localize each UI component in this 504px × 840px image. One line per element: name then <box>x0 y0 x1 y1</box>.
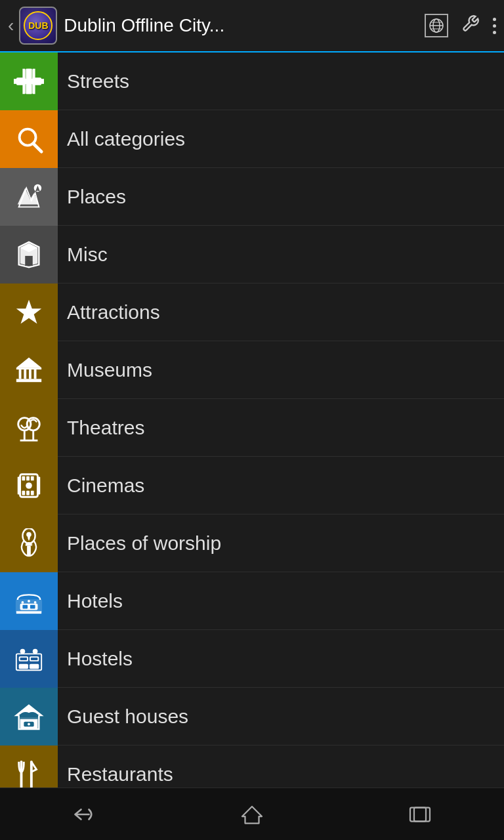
back-nav-button[interactable] <box>58 798 110 831</box>
restaurants-icon <box>0 746 58 788</box>
streets-icon <box>0 52 58 110</box>
header-icons <box>425 14 496 37</box>
streets-label: Streets <box>58 70 129 93</box>
app-logo: DUB <box>19 7 57 45</box>
menu-list: Streets All categories Places <box>0 52 504 788</box>
menu-item-misc[interactable]: Misc <box>0 226 504 284</box>
guesthouses-icon <box>0 688 58 746</box>
app-header: ‹ DUB Dublin Offline City... <box>0 0 504 52</box>
back-button[interactable]: ‹ <box>8 15 14 36</box>
recents-nav-button[interactable] <box>394 798 446 831</box>
svg-rect-9 <box>14 79 44 84</box>
svg-rect-15 <box>16 379 41 382</box>
menu-item-all-categories[interactable]: All categories <box>0 110 504 168</box>
hotels-label: Hotels <box>58 590 123 612</box>
svg-rect-47 <box>16 611 41 614</box>
hostels-label: Hostels <box>58 648 133 670</box>
bottom-navigation <box>0 788 504 840</box>
svg-point-46 <box>34 601 37 604</box>
svg-rect-30 <box>22 476 25 480</box>
svg-rect-66 <box>410 807 426 821</box>
theatres-label: Theatres <box>58 417 144 439</box>
svg-rect-43 <box>30 604 35 608</box>
restaurants-label: Restaurants <box>58 763 173 786</box>
worship-label: Places of worship <box>58 532 221 555</box>
app-logo-inner: DUB <box>24 11 52 40</box>
misc-label: Misc <box>58 243 108 266</box>
museums-label: Museums <box>58 359 152 381</box>
all-categories-icon <box>0 110 58 168</box>
svg-point-44 <box>22 601 24 604</box>
svg-point-56 <box>33 648 38 654</box>
theatres-icon <box>0 399 58 457</box>
globe-icon[interactable] <box>425 14 448 37</box>
attractions-label: Attractions <box>58 301 160 324</box>
worship-icon <box>0 514 58 572</box>
svg-rect-53 <box>20 658 28 660</box>
svg-rect-29 <box>37 476 40 494</box>
svg-rect-54 <box>31 658 38 660</box>
svg-line-11 <box>33 143 41 151</box>
svg-rect-42 <box>22 604 28 608</box>
svg-rect-31 <box>26 476 30 480</box>
header-title: Dublin Offline City... <box>64 15 425 36</box>
svg-rect-67 <box>414 807 430 821</box>
svg-rect-35 <box>31 490 34 495</box>
svg-rect-28 <box>18 476 20 494</box>
menu-item-hotels[interactable]: Hotels <box>0 572 504 630</box>
misc-icon <box>0 226 58 284</box>
svg-point-38 <box>26 532 32 537</box>
guesthouses-label: Guest houses <box>58 705 188 728</box>
svg-rect-18 <box>24 369 26 379</box>
menu-item-places-of-worship[interactable]: Places of worship <box>0 514 504 572</box>
svg-point-36 <box>26 482 32 489</box>
wrench-icon[interactable] <box>461 14 480 37</box>
svg-rect-32 <box>31 476 34 480</box>
home-nav-button[interactable] <box>226 798 278 831</box>
menu-item-restaurants[interactable]: Restaurants <box>0 746 504 788</box>
svg-point-45 <box>28 600 30 602</box>
cinemas-icon <box>0 457 58 514</box>
museums-icon <box>0 341 58 399</box>
cinemas-label: Cinemas <box>58 474 144 497</box>
menu-item-cinemas[interactable]: Cinemas <box>0 457 504 514</box>
svg-rect-39 <box>27 545 31 555</box>
svg-rect-19 <box>29 369 32 379</box>
hostels-icon <box>0 630 58 688</box>
more-icon[interactable] <box>493 18 496 34</box>
svg-rect-34 <box>26 490 30 495</box>
app-logo-text: DUB <box>28 20 48 31</box>
svg-rect-51 <box>19 663 28 669</box>
all-categories-label: All categories <box>58 128 185 150</box>
menu-item-hostels[interactable]: Hostels <box>0 630 504 688</box>
menu-item-streets[interactable]: Streets <box>0 52 504 110</box>
svg-rect-17 <box>19 369 22 379</box>
svg-rect-52 <box>30 663 39 669</box>
menu-item-attractions[interactable]: Attractions <box>0 284 504 341</box>
svg-marker-14 <box>16 299 41 323</box>
svg-marker-21 <box>16 357 41 367</box>
svg-rect-13 <box>25 255 33 265</box>
svg-rect-16 <box>16 368 41 369</box>
svg-rect-20 <box>34 369 37 379</box>
menu-item-places[interactable]: Places <box>0 168 504 226</box>
svg-point-63 <box>28 723 30 725</box>
menu-item-guest-houses[interactable]: Guest houses <box>0 688 504 746</box>
svg-point-55 <box>20 648 26 654</box>
menu-item-theatres[interactable]: Theatres <box>0 399 504 457</box>
places-icon <box>0 168 58 226</box>
svg-rect-33 <box>22 490 25 495</box>
menu-item-museums[interactable]: Museums <box>0 341 504 399</box>
places-label: Places <box>58 186 126 208</box>
hotels-icon <box>0 572 58 630</box>
attractions-icon <box>0 284 58 341</box>
